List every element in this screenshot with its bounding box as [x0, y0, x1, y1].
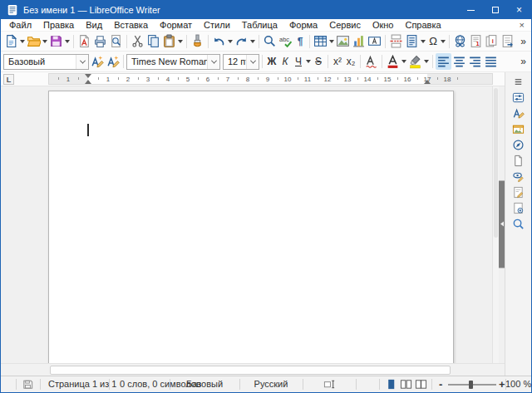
- clear-formatting-button[interactable]: [363, 53, 379, 70]
- insert-chart-button[interactable]: [351, 33, 367, 50]
- first-line-indent-marker[interactable]: [85, 74, 91, 78]
- dropdown-arrow-icon[interactable]: [65, 40, 70, 43]
- menu-edit[interactable]: Правка: [37, 19, 80, 32]
- dropdown-arrow-icon[interactable]: [329, 40, 334, 43]
- minimize-button[interactable]: [459, 1, 483, 19]
- sidebar-tab-styles[interactable]: [509, 106, 529, 121]
- sidebar-tab-properties[interactable]: [509, 90, 529, 106]
- insert-comment-button[interactable]: [500, 33, 515, 50]
- new-style-button[interactable]: [105, 53, 121, 70]
- zoom-out-button[interactable]: -: [439, 376, 442, 392]
- align-right-button[interactable]: [467, 53, 483, 70]
- insert-table-button[interactable]: [313, 33, 335, 50]
- font-size-combo[interactable]: 12 пт: [223, 54, 259, 70]
- menu-tools[interactable]: Сервис: [323, 19, 367, 32]
- clone-formatting-button[interactable]: [190, 33, 205, 50]
- page-number-status[interactable]: Страница 1 из 1: [48, 376, 116, 392]
- spelling-button[interactable]: [278, 33, 293, 50]
- view-single-page-button[interactable]: [385, 378, 397, 391]
- close-document-icon[interactable]: ×: [513, 20, 531, 30]
- close-button[interactable]: ×: [507, 1, 531, 19]
- align-center-button[interactable]: [451, 53, 467, 70]
- sidebar-tab-manage-changes[interactable]: [509, 184, 529, 200]
- insert-field-button[interactable]: [404, 33, 426, 50]
- dropdown-arrow-icon[interactable]: [20, 40, 25, 43]
- menu-format[interactable]: Формат: [154, 19, 198, 32]
- vertical-scrollbar-thumb[interactable]: [494, 88, 498, 238]
- highlight-color-button[interactable]: [407, 53, 430, 70]
- subscript-button[interactable]: x₂: [344, 53, 357, 70]
- dropdown-arrow-icon[interactable]: [424, 60, 429, 63]
- update-style-button[interactable]: [89, 53, 105, 70]
- font-name-combo[interactable]: Times New Roman: [126, 54, 220, 70]
- align-left-button[interactable]: [436, 53, 451, 70]
- undo-button[interactable]: [211, 33, 234, 50]
- menu-file[interactable]: Файл: [3, 19, 37, 32]
- insert-footnote-button[interactable]: [468, 33, 484, 50]
- cut-button[interactable]: [130, 33, 145, 50]
- print-button[interactable]: [92, 33, 108, 50]
- view-book-button[interactable]: [415, 378, 427, 391]
- dropdown-arrow-icon[interactable]: [42, 40, 47, 43]
- strikethrough-button[interactable]: S: [312, 53, 325, 70]
- save-button[interactable]: [48, 33, 71, 50]
- sidebar-tab-gallery[interactable]: [509, 121, 529, 137]
- page-style-status[interactable]: Базовый: [170, 376, 239, 392]
- font-name-dropdown[interactable]: [207, 55, 219, 69]
- zoom-level-status[interactable]: 100 %: [505, 376, 531, 392]
- sidebar-tab-navigator[interactable]: [509, 137, 529, 153]
- sidebar-tab-accessibility-check[interactable]: [509, 200, 529, 216]
- superscript-button[interactable]: x²: [331, 53, 344, 70]
- maximize-button[interactable]: [483, 1, 507, 19]
- menu-window[interactable]: Окно: [367, 19, 400, 32]
- redo-button[interactable]: [234, 33, 256, 50]
- insert-hyperlink-button[interactable]: [452, 33, 468, 50]
- insert-image-button[interactable]: [335, 33, 351, 50]
- paragraph-style-dropdown[interactable]: [76, 55, 88, 69]
- open-button[interactable]: [26, 33, 48, 50]
- left-indent-marker[interactable]: [85, 80, 91, 84]
- new-button[interactable]: [3, 33, 26, 50]
- insert-page-break-button[interactable]: [388, 33, 404, 50]
- menu-form[interactable]: Форма: [283, 19, 323, 32]
- sidebar-tab-search[interactable]: [509, 216, 529, 232]
- print-preview-button[interactable]: [108, 33, 124, 50]
- font-size-dropdown[interactable]: [246, 55, 259, 69]
- bold-button[interactable]: Ж: [265, 53, 278, 70]
- menu-insert[interactable]: Вставка: [108, 19, 154, 32]
- dropdown-arrow-icon[interactable]: [421, 40, 426, 43]
- insert-endnote-button[interactable]: [484, 33, 500, 50]
- insert-special-character-button[interactable]: Ω: [426, 33, 446, 50]
- toolbar-overflow-chevron[interactable]: »: [518, 56, 529, 67]
- horizontal-scrollbar[interactable]: [1, 363, 505, 376]
- language-status[interactable]: Русский: [239, 376, 303, 392]
- tab-stop-selector[interactable]: L: [3, 74, 14, 85]
- sidebar-tab-page[interactable]: [509, 153, 529, 169]
- document-page[interactable]: [48, 91, 454, 363]
- dropdown-arrow-icon[interactable]: [306, 60, 311, 63]
- insert-textbox-button[interactable]: [367, 33, 382, 50]
- italic-button[interactable]: К: [278, 53, 292, 70]
- export-pdf-button[interactable]: [76, 33, 92, 50]
- paste-button[interactable]: [161, 33, 184, 50]
- zoom-slider-handle[interactable]: [469, 381, 473, 389]
- dropdown-arrow-icon[interactable]: [441, 40, 446, 43]
- paragraph-style-combo[interactable]: Базовый: [3, 54, 89, 70]
- menu-styles[interactable]: Стили: [198, 19, 236, 32]
- copy-button[interactable]: [145, 33, 161, 50]
- font-color-button[interactable]: [385, 53, 407, 70]
- menu-view[interactable]: Вид: [80, 19, 108, 32]
- find-replace-button[interactable]: [262, 33, 278, 50]
- zoom-in-button[interactable]: +: [499, 376, 505, 392]
- align-justify-button[interactable]: [483, 53, 499, 70]
- dropdown-arrow-icon[interactable]: [178, 40, 183, 43]
- menu-help[interactable]: Справка: [399, 19, 446, 32]
- horizontal-scrollbar-thumb[interactable]: [50, 366, 451, 375]
- selection-mode-icon[interactable]: [323, 378, 336, 391]
- dropdown-arrow-icon[interactable]: [401, 60, 406, 63]
- underline-button[interactable]: Ч: [292, 53, 312, 70]
- horizontal-ruler[interactable]: 1123456789101112131415161718: [48, 73, 493, 85]
- sidebar-hide-handle[interactable]: [499, 180, 505, 268]
- vertical-scrollbar[interactable]: [492, 86, 499, 363]
- sidebar-tab-style-inspector[interactable]: [509, 169, 529, 184]
